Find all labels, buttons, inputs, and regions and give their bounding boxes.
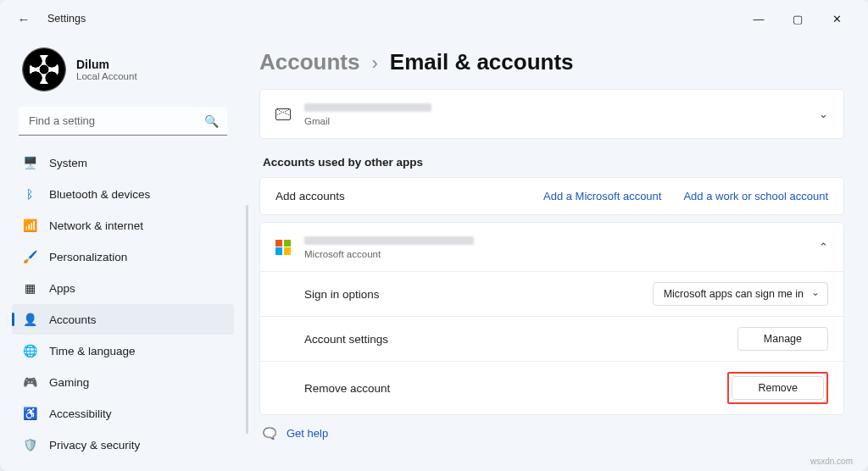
chevron-right-icon: › [371, 53, 377, 75]
nav-gaming[interactable]: 🎮Gaming [12, 367, 234, 397]
sidebar: Dilum Local Account 🔍 🖥️System ᛒBluetoot… [0, 37, 246, 471]
grid-icon: ▦ [22, 281, 37, 295]
nav-network[interactable]: 📶Network & internet [12, 210, 234, 241]
titlebar: ← Settings — ▢ ✕ [0, 0, 868, 37]
gmail-account-card[interactable]: Gmail ⌄ [259, 89, 844, 139]
settings-label: Account settings [304, 333, 388, 346]
nav-label: Personalization [49, 251, 127, 263]
accessibility-icon: ♿ [22, 407, 37, 420]
person-icon: 👤 [22, 313, 37, 326]
bluetooth-icon: ᛒ [22, 187, 37, 201]
account-settings-row: Account settings Manage [260, 316, 843, 361]
window-title: Settings [47, 13, 86, 25]
profile-block[interactable]: Dilum Local Account [12, 44, 234, 103]
nav-personalization[interactable]: 🖌️Personalization [12, 241, 234, 272]
profile-sub: Local Account [76, 71, 137, 81]
remove-account-row: Remove account Remove [260, 361, 843, 414]
nav: 🖥️System ᛒBluetooth & devices 📶Network &… [12, 147, 234, 460]
nav-label: Privacy & security [49, 439, 140, 452]
ms-email-blurred [304, 236, 474, 245]
nav-system[interactable]: 🖥️System [12, 147, 234, 178]
search-box[interactable]: 🔍 [19, 107, 227, 136]
search-icon: 🔍 [204, 114, 219, 128]
gmail-text: Gmail [304, 102, 431, 126]
signin-options-row: Sign in options Microsoft apps can sign … [260, 271, 843, 316]
nav-label: Time & language [49, 345, 136, 357]
nav-accessibility[interactable]: ♿Accessibility [12, 398, 234, 429]
gamepad-icon: 🎮 [22, 375, 37, 389]
avatar [22, 47, 66, 91]
back-button[interactable]: ← [12, 7, 36, 30]
maximize-button[interactable]: ▢ [778, 5, 817, 32]
breadcrumb-current: Email & accounts [390, 49, 574, 75]
shield-icon: 🛡️ [22, 438, 37, 452]
profile-name: Dilum [76, 58, 137, 71]
nav-time[interactable]: 🌐Time & language [12, 335, 234, 366]
help-link[interactable]: Get help [287, 427, 328, 440]
manage-button[interactable]: Manage [737, 327, 828, 351]
globe-icon: 🌐 [22, 344, 37, 357]
help-row[interactable]: 🗨️ Get help [263, 427, 844, 440]
signin-dropdown[interactable]: Microsoft apps can sign me in [653, 282, 828, 306]
remove-label: Remove account [304, 382, 390, 395]
profile-text: Dilum Local Account [76, 58, 137, 81]
ms-account-text: Microsoft account [304, 235, 474, 259]
nav-bluetooth[interactable]: ᛒBluetooth & devices [12, 179, 234, 209]
microsoft-logo-icon [275, 240, 291, 255]
nav-label: Apps [49, 282, 75, 295]
nav-label: Accessibility [49, 407, 112, 420]
nav-privacy[interactable]: 🛡️Privacy & security [12, 429, 234, 460]
nav-apps[interactable]: ▦Apps [12, 273, 234, 303]
gmail-email-blurred [304, 103, 431, 112]
mail-icon [275, 108, 291, 120]
nav-label: Gaming [49, 376, 89, 389]
nav-label: System [49, 157, 87, 169]
help-icon: 🗨️ [263, 427, 276, 440]
ms-account-card: Microsoft account ⌃ Sign in options Micr… [259, 222, 844, 415]
section-other-apps: Accounts used by other apps [263, 156, 844, 169]
add-ms-account-link[interactable]: Add a Microsoft account [543, 190, 661, 202]
nav-label: Bluetooth & devices [49, 188, 150, 201]
minimize-button[interactable]: — [739, 5, 778, 32]
signin-value: Microsoft apps can sign me in [664, 288, 804, 300]
scroll-divider [246, 205, 248, 434]
watermark: wsxdn.com [810, 457, 853, 466]
wifi-icon: 📶 [22, 219, 37, 232]
breadcrumb-parent[interactable]: Accounts [259, 49, 359, 75]
remove-highlight: Remove [727, 372, 828, 404]
add-accounts-card: Add accounts Add a Microsoft account Add… [259, 177, 844, 215]
search-input[interactable] [19, 107, 227, 136]
gmail-provider: Gmail [304, 116, 431, 126]
main-panel: Accounts › Email & accounts Gmail ⌄ Acco… [246, 37, 868, 471]
nav-label: Network & internet [49, 219, 143, 232]
close-button[interactable]: ✕ [817, 5, 856, 32]
system-icon: 🖥️ [22, 156, 37, 169]
add-accounts-label: Add accounts [275, 190, 345, 202]
chevron-down-icon: ⌄ [819, 108, 828, 120]
window-controls: — ▢ ✕ [739, 5, 856, 32]
signin-label: Sign in options [304, 288, 380, 301]
ms-account-header[interactable]: Microsoft account ⌃ [260, 223, 843, 271]
content: Dilum Local Account 🔍 🖥️System ᛒBluetoot… [0, 37, 868, 471]
nav-accounts[interactable]: 👤Accounts [12, 304, 234, 335]
chevron-up-icon: ⌃ [819, 241, 828, 253]
remove-button[interactable]: Remove [732, 376, 824, 400]
settings-window: ← Settings — ▢ ✕ Dilum Local Account 🔍 🖥… [0, 0, 868, 471]
brush-icon: 🖌️ [22, 250, 37, 263]
nav-label: Accounts [49, 313, 97, 326]
add-work-account-link[interactable]: Add a work or school account [683, 190, 828, 202]
ms-provider: Microsoft account [304, 249, 474, 259]
breadcrumb: Accounts › Email & accounts [259, 49, 844, 75]
